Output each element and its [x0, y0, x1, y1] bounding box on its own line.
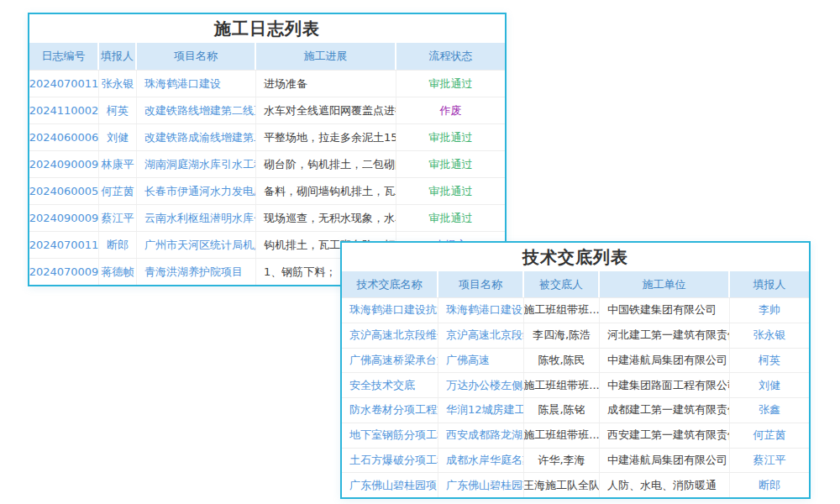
receiver-text: 陈牧,陈民: [524, 349, 600, 373]
reporter-link[interactable]: 柯英: [99, 97, 137, 123]
table-row: 广佛高速桥梁承台施...广佛高速陈牧,陈民中建港航局集团有限公司柯英: [342, 348, 809, 373]
column-header-reporter: 填报人: [730, 271, 809, 297]
reporter-link[interactable]: 蒋德帧: [99, 259, 137, 285]
table-row: 京沪高速北京段维修...京沪高速北京段维修李四海,陈浩河北建工第一建筑有限责任公…: [342, 323, 809, 348]
project-link[interactable]: 京沪高速北京段维修: [438, 323, 524, 348]
column-header-reporter: 填报人: [99, 43, 137, 70]
project-link[interactable]: 湖南洞庭湖水库引水工程...: [137, 151, 256, 177]
project-link[interactable]: 广佛高速: [438, 349, 524, 373]
log-id-link[interactable]: 2024070011: [29, 232, 99, 258]
project-link[interactable]: 长春市伊通河水力发电厂...: [137, 178, 256, 204]
column-header-project: 项目名称: [137, 43, 256, 70]
contractor-text: 成都建工第一建筑有限责任公司: [600, 398, 730, 423]
project-link[interactable]: 珠海鹤港口建设: [438, 298, 524, 323]
reporter-link[interactable]: 张永银: [730, 323, 809, 348]
reporter-link[interactable]: 何芷茵: [99, 178, 137, 204]
reporter-link[interactable]: 蔡江平: [730, 449, 809, 473]
disclosure-name-link[interactable]: 广东佛山碧桂园项目...: [342, 473, 438, 497]
disclosure-name-link[interactable]: 京沪高速北京段维修...: [342, 323, 438, 348]
log-id-link[interactable]: 2024070011: [29, 71, 99, 97]
table-row: 2024090009蔡江平云南水利枢纽潜明水库一...现场巡查，无积水现象，水马…: [29, 204, 505, 231]
log-id-link[interactable]: 2024070009: [29, 259, 99, 285]
table-row: 土石方爆破分项工程...成都水岸华庭名苑...许华,李海中建港航局集团有限公司蔡…: [342, 448, 809, 473]
progress-text: 现场巡查，无积水现象，水马...: [256, 205, 396, 231]
log-table-title: 施工日志列表: [29, 14, 505, 43]
status-text: 审批通过: [396, 205, 505, 231]
progress-text: 砌台阶，钩机排土，二包砌间...: [256, 151, 396, 177]
reporter-link[interactable]: 蔡江平: [99, 205, 137, 231]
disclosure-table-title: 技术交底列表: [342, 243, 809, 271]
receiver-text: 陈晨,陈铭: [524, 398, 600, 423]
status-text: 审批通过: [396, 71, 505, 97]
reporter-link[interactable]: 何芷茵: [730, 423, 809, 448]
project-link[interactable]: 成都水岸华庭名苑...: [438, 449, 524, 473]
receiver-text: 施工班组带班...: [524, 298, 600, 323]
table-row: 安全技术交底万达办公楼左侧A...施工班组带班...中建集团路面工程有限公司刘健: [342, 372, 809, 397]
contractor-text: 中建港航局集团有限公司: [600, 349, 730, 373]
column-header-status: 流程状态: [396, 43, 505, 70]
project-link[interactable]: 华润12城房建工...: [438, 398, 524, 423]
receiver-text: 许华,李海: [524, 449, 600, 473]
log-id-link[interactable]: 2024090009: [29, 205, 99, 231]
table-row: 地下室钢筋分项工程...西安成都路龙湖上...施工班组带班...西安建工第一建筑…: [342, 423, 809, 448]
reporter-link[interactable]: 刘健: [730, 373, 809, 397]
reporter-link[interactable]: 李帅: [730, 298, 809, 323]
page: 施工日志列表 日志编号 填报人 项目名称 施工进展 流程状态 202407001…: [0, 0, 840, 504]
progress-text: 水车对全线遮阳网覆盖点进行...: [256, 97, 396, 123]
reporter-link[interactable]: 张鑫: [730, 398, 809, 423]
contractor-text: 中建港航局集团有限公司: [600, 449, 730, 473]
log-id-link[interactable]: 2024110002: [29, 97, 99, 123]
project-link[interactable]: 云南水利枢纽潜明水库一...: [137, 205, 256, 231]
disclosure-name-link[interactable]: 土石方爆破分项工程...: [342, 449, 438, 473]
reporter-link[interactable]: 断郎: [99, 232, 137, 258]
project-link[interactable]: 万达办公楼左侧A...: [438, 373, 524, 397]
table-row: 2024090009林康平湖南洞庭湖水库引水工程...砌台阶，钩机排土，二包砌间…: [29, 150, 505, 177]
status-text: 作废: [396, 97, 505, 123]
log-id-link[interactable]: 2024060006: [29, 124, 99, 150]
contractor-text: 中国铁建集团有限公司: [600, 298, 730, 323]
column-header-contractor: 施工单位: [600, 271, 730, 297]
status-text: 审批通过: [396, 178, 505, 204]
log-id-link[interactable]: 2024090009: [29, 151, 99, 177]
reporter-link[interactable]: 林康平: [99, 151, 137, 177]
project-link[interactable]: 改建铁路线增建第二线直...: [137, 97, 256, 123]
disclosure-name-link[interactable]: 防水卷材分项工程施...: [342, 398, 438, 423]
disclosure-table-header-row: 技术交底名称 项目名称 被交底人 施工单位 填报人: [342, 271, 809, 297]
status-text: 审批通过: [396, 151, 505, 177]
project-link[interactable]: 珠海鹤港口建设: [137, 71, 256, 97]
progress-text: 平整场地，拉走多余泥土15辆...: [256, 124, 396, 150]
reporter-link[interactable]: 刘健: [99, 124, 137, 150]
disclosure-name-link[interactable]: 安全技术交底: [342, 373, 438, 397]
table-row: 2024060005何芷茵长春市伊通河水力发电厂...备料，砌间墙钩机排土，瓦工…: [29, 177, 505, 204]
contractor-text: 西安建工第一建筑有限责任公司: [600, 423, 730, 448]
log-table-header-row: 日志编号 填报人 项目名称 施工进展 流程状态: [29, 43, 505, 70]
column-header-disclosure-name: 技术交底名称: [342, 271, 438, 297]
column-header-log-id: 日志编号: [29, 43, 99, 70]
table-row: 珠海鹤港口建设抗浮...珠海鹤港口建设施工班组带班...中国铁建集团有限公司李帅: [342, 297, 809, 323]
receiver-text: 王海施工队全队: [524, 473, 600, 497]
table-row: 广东佛山碧桂园项目...广东佛山碧桂园项目王海施工队全队人防、水电、消防暖通断郎: [342, 472, 809, 497]
reporter-link[interactable]: 断郎: [730, 473, 809, 497]
project-link[interactable]: 青海洪湖养护院项目: [137, 259, 256, 285]
project-link[interactable]: 广州市天河区统计局机房...: [137, 232, 256, 258]
reporter-link[interactable]: 柯英: [730, 349, 809, 373]
project-link[interactable]: 西安成都路龙湖上...: [438, 423, 524, 448]
column-header-project: 项目名称: [438, 271, 524, 297]
contractor-text: 中建集团路面工程有限公司: [600, 373, 730, 397]
disclosure-name-link[interactable]: 珠海鹤港口建设抗浮...: [342, 298, 438, 323]
disclosure-name-link[interactable]: 广佛高速桥梁承台施...: [342, 349, 438, 373]
project-link[interactable]: 广东佛山碧桂园项目: [438, 473, 524, 497]
table-row: 防水卷材分项工程施...华润12城房建工...陈晨,陈铭成都建工第一建筑有限责任…: [342, 397, 809, 423]
table-row: 2024070011张永银珠海鹤港口建设进场准备审批通过: [29, 70, 505, 97]
project-link[interactable]: 改建铁路成渝线增建第二...: [137, 124, 256, 150]
status-text: 审批通过: [396, 124, 505, 150]
column-header-receiver: 被交底人: [524, 271, 600, 297]
disclosure-table-body: 珠海鹤港口建设抗浮...珠海鹤港口建设施工班组带班...中国铁建集团有限公司李帅…: [342, 297, 809, 497]
receiver-text: 施工班组带班...: [524, 423, 600, 448]
table-row: 2024060006刘健改建铁路成渝线增建第二...平整场地，拉走多余泥土15辆…: [29, 123, 505, 150]
log-id-link[interactable]: 2024060005: [29, 178, 99, 204]
reporter-link[interactable]: 张永银: [99, 71, 137, 97]
disclosure-name-link[interactable]: 地下室钢筋分项工程...: [342, 423, 438, 448]
receiver-text: 施工班组带班...: [524, 373, 600, 397]
progress-text: 备料，砌间墙钩机排土，瓦工...: [256, 178, 396, 204]
